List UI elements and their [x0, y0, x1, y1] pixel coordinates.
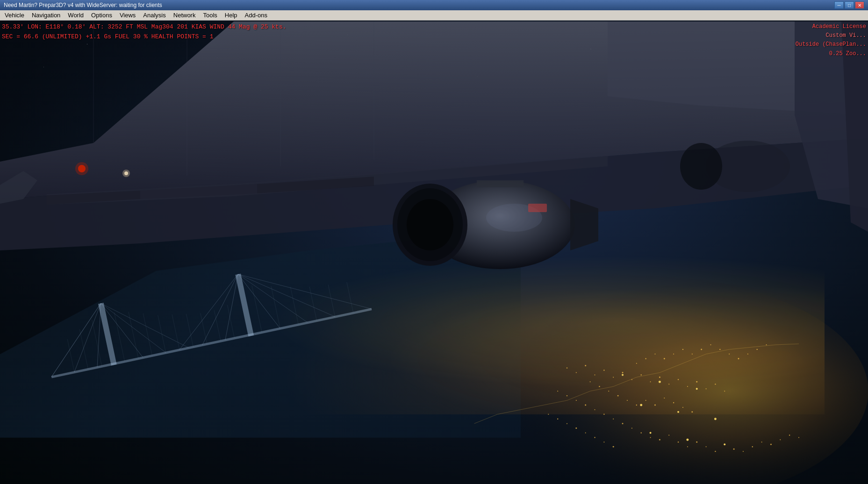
window-title: Need Martin? Prepar3D? v4 with WideServe… — [4, 2, 162, 8]
svg-point-49 — [696, 381, 698, 383]
svg-point-66 — [567, 395, 567, 396]
svg-point-34 — [405, 276, 868, 484]
svg-point-103 — [664, 358, 665, 360]
hud-view-name: Custom Vi... — [796, 31, 866, 40]
menu-navigation[interactable]: Navigation — [28, 10, 64, 20]
svg-point-47 — [678, 379, 679, 380]
svg-point-93 — [557, 419, 558, 420]
svg-point-59 — [646, 400, 646, 401]
svg-point-116 — [659, 381, 661, 383]
svg-point-67 — [576, 400, 577, 401]
hud-license: Academic License — [796, 22, 866, 31]
svg-point-113 — [757, 349, 758, 350]
menu-bar: Vehicle Navigation World Options Views A… — [0, 10, 868, 21]
svg-point-97 — [595, 437, 595, 438]
svg-point-108 — [710, 344, 711, 345]
menu-analysis[interactable]: Analysis — [139, 10, 169, 20]
svg-point-96 — [585, 433, 586, 434]
svg-rect-1 — [98, 303, 117, 366]
svg-point-72 — [622, 423, 624, 425]
svg-point-38 — [595, 375, 595, 376]
close-button[interactable]: ✕ — [855, 1, 864, 9]
svg-point-45 — [659, 377, 660, 378]
svg-point-118 — [640, 404, 643, 406]
hud-zoom: 0.25 Zoo... — [796, 50, 866, 58]
menu-help[interactable]: Help — [221, 10, 241, 20]
svg-point-58 — [636, 405, 637, 406]
svg-point-78 — [678, 442, 679, 443]
svg-line-17 — [79, 329, 88, 369]
svg-point-104 — [674, 354, 674, 355]
svg-point-87 — [761, 442, 762, 443]
hud-line1: 35.33' LON: E118° 0.18' ALT: 3252 FT MSL… — [2, 22, 287, 32]
svg-point-100 — [636, 363, 637, 364]
svg-point-77 — [669, 435, 670, 436]
svg-point-44 — [650, 382, 651, 383]
window-controls: ─ □ ✕ — [834, 1, 864, 9]
hud-status-right: Academic License Custom Vi... Outside (C… — [796, 22, 866, 58]
svg-line-18 — [92, 320, 101, 366]
sim-viewport[interactable]: 35.33' LON: E118° 0.18' ALT: 3252 FT MSL… — [0, 21, 868, 484]
menu-world[interactable]: World — [64, 10, 87, 20]
svg-point-41 — [622, 372, 624, 373]
svg-point-70 — [604, 414, 605, 415]
hud-line2: SEC = 66.6 (UNLIMITED) +1.1 Gs FUEL 30 %… — [2, 32, 287, 42]
svg-point-88 — [770, 444, 772, 445]
svg-point-56 — [617, 395, 619, 397]
city-lights-svg — [173, 229, 868, 484]
svg-point-54 — [599, 386, 600, 387]
svg-point-114 — [766, 344, 767, 345]
svg-point-109 — [720, 349, 721, 350]
svg-point-111 — [738, 358, 739, 360]
svg-point-121 — [650, 432, 652, 434]
svg-point-117 — [696, 388, 698, 390]
svg-point-76 — [659, 439, 660, 441]
svg-point-74 — [641, 433, 642, 434]
svg-point-62 — [673, 402, 674, 403]
svg-point-115 — [622, 374, 624, 376]
svg-point-50 — [706, 389, 707, 390]
svg-point-82 — [715, 451, 716, 452]
svg-point-119 — [677, 411, 679, 413]
svg-point-85 — [743, 451, 744, 452]
svg-point-63 — [682, 407, 683, 408]
svg-point-120 — [714, 418, 717, 420]
svg-point-53 — [590, 382, 591, 383]
svg-point-101 — [646, 358, 646, 359]
svg-point-64 — [692, 412, 693, 413]
maximize-button[interactable]: □ — [845, 1, 854, 9]
minimize-button[interactable]: ─ — [834, 1, 844, 9]
menu-tools[interactable]: Tools — [199, 10, 221, 20]
svg-point-75 — [650, 437, 651, 438]
svg-point-89 — [780, 440, 781, 441]
svg-point-40 — [613, 377, 614, 378]
menu-vehicle[interactable]: Vehicle — [1, 10, 28, 20]
svg-point-110 — [729, 354, 730, 355]
svg-point-122 — [687, 439, 689, 441]
svg-point-48 — [687, 386, 688, 387]
svg-point-80 — [696, 441, 698, 443]
svg-point-37 — [585, 365, 587, 367]
menu-views[interactable]: Views — [116, 10, 139, 20]
hud-camera-mode: Outside (ChasePlan... — [796, 40, 866, 49]
svg-point-73 — [631, 428, 632, 429]
svg-point-99 — [613, 446, 614, 448]
svg-point-92 — [548, 414, 549, 415]
svg-point-43 — [641, 375, 642, 376]
svg-point-86 — [752, 446, 753, 447]
hud-flight-data: 35.33' LON: E118° 0.18' ALT: 3252 FT MSL… — [2, 22, 287, 42]
menu-network[interactable]: Network — [170, 10, 200, 20]
svg-point-84 — [733, 448, 735, 450]
menu-addons[interactable]: Add-ons — [241, 10, 271, 20]
svg-point-105 — [682, 349, 683, 350]
svg-point-107 — [701, 349, 703, 350]
svg-point-35 — [567, 368, 567, 369]
svg-point-55 — [609, 391, 610, 392]
menu-options[interactable]: Options — [87, 10, 116, 20]
svg-point-123 — [724, 444, 726, 446]
svg-point-51 — [715, 384, 716, 385]
svg-point-52 — [725, 391, 725, 392]
svg-point-106 — [692, 354, 693, 355]
svg-point-81 — [706, 447, 707, 448]
svg-point-90 — [789, 435, 790, 436]
